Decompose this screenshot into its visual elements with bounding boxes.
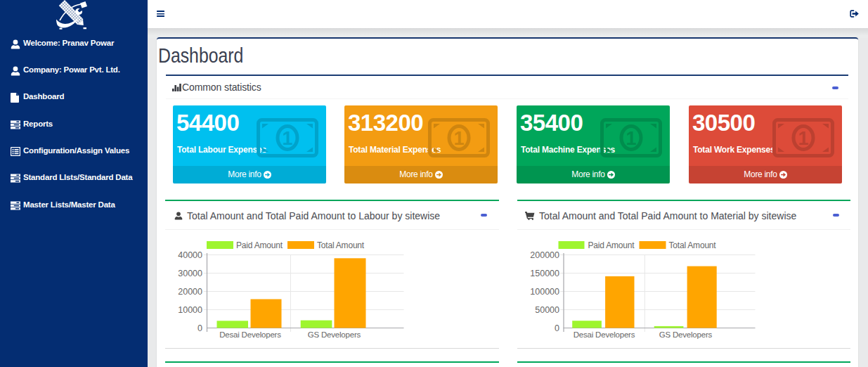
svg-text:Paid Amount: Paid Amount [236, 240, 283, 250]
svg-text:1: 1 [626, 128, 636, 149]
svg-text:GS Developers: GS Developers [659, 330, 713, 339]
svg-text:0: 0 [555, 323, 559, 333]
svg-text:Paid Amount: Paid Amount [588, 240, 635, 250]
svg-text:150000: 150000 [530, 269, 559, 278]
svg-text:Total Amount: Total Amount [317, 240, 365, 250]
svg-text:1: 1 [798, 128, 808, 149]
svg-text:100000: 100000 [530, 287, 559, 297]
svg-text:1: 1 [282, 128, 292, 149]
svg-text:200000: 200000 [530, 250, 559, 260]
svg-text:40000: 40000 [178, 250, 202, 260]
svg-text:50000: 50000 [535, 305, 559, 315]
svg-text:0: 0 [197, 323, 202, 333]
svg-text:Desai Developers: Desai Developers [219, 330, 281, 339]
svg-text:Total Amount: Total Amount [669, 240, 717, 250]
svg-text:Desai Developers: Desai Developers [574, 330, 635, 339]
svg-text:10000: 10000 [178, 305, 202, 315]
svg-text:1: 1 [453, 128, 464, 149]
svg-text:30000: 30000 [178, 269, 202, 278]
svg-text:20000: 20000 [178, 287, 202, 297]
svg-text:GS Developers: GS Developers [308, 330, 361, 339]
